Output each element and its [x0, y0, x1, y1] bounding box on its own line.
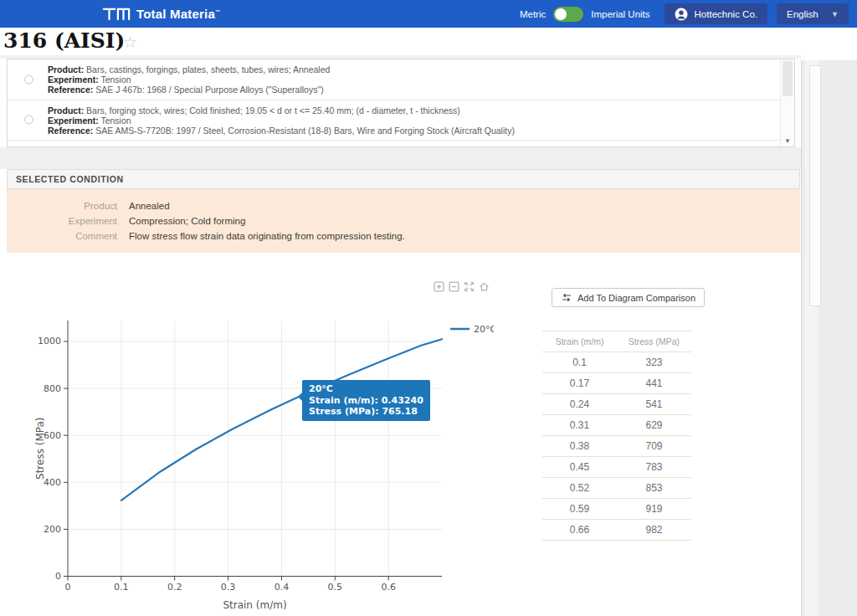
svg-text:1000: 1000: [38, 336, 61, 346]
conditions-list: Product: Bars, castings, forgings, plate…: [8, 59, 780, 146]
units-toggle[interactable]: [553, 7, 583, 22]
condition-field-label: Product: [7, 198, 117, 213]
table-cell: 323: [617, 357, 691, 368]
trademark-symbol: ™: [215, 9, 220, 14]
condition-list-item[interactable]: Product: Bars, forging stock, wires; Col…: [8, 141, 780, 146]
stress-strain-table: Strain (m/m)Stress (MPa)0.13230.174410.2…: [542, 331, 691, 541]
selected-condition-header: SELECTED CONDITION: [7, 169, 800, 189]
table-cell: 0.52: [542, 482, 617, 494]
table-cell: 982: [617, 524, 691, 536]
table-row: 0.31629: [542, 415, 691, 436]
table-cell: 709: [617, 440, 691, 452]
chevron-down-icon: ▼: [831, 10, 839, 18]
add-to-diagram-comparison-button[interactable]: Add To Diagram Comparison: [552, 288, 705, 307]
compare-button-label: Add To Diagram Comparison: [577, 293, 695, 303]
svg-text:0.4: 0.4: [275, 582, 290, 593]
stress-strain-chart[interactable]: 00.10.20.30.40.50.602004006008001000Stra…: [25, 314, 494, 616]
radio-button[interactable]: [24, 116, 33, 125]
autoscale-icon[interactable]: [463, 280, 475, 292]
condition-field-label: Experiment: [7, 213, 117, 228]
compare-arrows-icon: [561, 293, 572, 302]
svg-text:0: 0: [55, 571, 61, 582]
condition-list-item[interactable]: Product: Bars, forging stock, wires; Col…: [8, 100, 780, 141]
table-cell: 629: [617, 419, 691, 431]
reset-view-home-icon[interactable]: [478, 280, 490, 292]
total-materia-logo-icon: [102, 6, 131, 22]
svg-text:200: 200: [44, 524, 61, 535]
table-cell: 0.24: [542, 398, 617, 410]
condition-product: Product: Bars, forging stock, wires; Col…: [48, 146, 773, 146]
table-row: 0.59919: [542, 499, 691, 520]
scrollbar-thumb[interactable]: [783, 61, 793, 96]
svg-text:0.2: 0.2: [167, 582, 182, 593]
metric-label: Metric: [520, 9, 546, 19]
tooltip-stress: Stress (MPa): 765.18: [309, 406, 423, 418]
imperial-units-label: Imperial Units: [591, 9, 649, 19]
table-header-cell: Strain (m/m): [542, 336, 617, 346]
condition-product: Product: Bars, castings, forgings, plate…: [48, 64, 773, 74]
selected-condition-row: ExperimentCompression; Cold forming: [7, 213, 800, 228]
svg-text:0.1: 0.1: [114, 582, 129, 593]
favorite-star-icon[interactable]: ☆: [123, 33, 137, 52]
table-row: 0.1323: [542, 352, 691, 373]
tooltip-series: 20°C: [309, 383, 423, 395]
user-icon: [675, 8, 688, 21]
chart-modebar: [433, 280, 490, 292]
selected-condition-row: ProductAnnealed: [7, 198, 800, 213]
brand-logo[interactable]: Total Materia™: [102, 6, 220, 22]
table-cell: 0.1: [542, 357, 617, 368]
svg-text:Stress (MPa): Stress (MPa): [34, 418, 46, 480]
top-navigation-bar: Total Materia™ Metric Imperial Units Hot…: [0, 0, 857, 28]
table-cell: 919: [617, 503, 691, 515]
page-scrollbar-thumb[interactable]: [809, 65, 821, 306]
conditions-list-panel: Product: Bars, castings, forgings, plate…: [7, 59, 795, 147]
language-value: English: [787, 9, 819, 19]
table-row: 0.52853: [542, 478, 691, 499]
account-menu[interactable]: Hottechnic Co.: [665, 3, 767, 24]
svg-text:0.5: 0.5: [328, 582, 343, 593]
page-header: 316 (AISI) ☆: [0, 28, 857, 55]
table-cell: 541: [617, 398, 691, 410]
page-backdrop: [801, 60, 857, 616]
table-cell: 0.17: [542, 377, 617, 389]
svg-text:400: 400: [44, 477, 61, 488]
svg-text:Strain (m/m): Strain (m/m): [223, 599, 286, 611]
table-header-row: Strain (m/m)Stress (MPa): [542, 331, 691, 352]
condition-field-value: Flow stress flow strain data originating…: [129, 228, 405, 244]
svg-text:600: 600: [44, 430, 61, 441]
condition-field-value: Annealed: [129, 198, 170, 213]
brand-name: Total Materia™: [136, 7, 220, 21]
svg-text:0.3: 0.3: [221, 582, 236, 593]
selected-condition-panel: ProductAnnealedExperimentCompression; Co…: [7, 189, 800, 253]
chart-tooltip: 20°C Strain (m/m): 0.43240 Stress (MPa):…: [302, 380, 430, 421]
zoom-in-icon[interactable]: [433, 280, 444, 292]
table-cell: 853: [617, 482, 691, 494]
svg-text:0.6: 0.6: [381, 582, 396, 593]
condition-experiment: Experiment: Tension: [48, 116, 773, 126]
table-header-cell: Stress (MPa): [617, 336, 691, 346]
table-row: 0.45783: [542, 457, 691, 478]
table-row: 0.17441: [542, 373, 691, 394]
toggle-knob: [555, 8, 567, 20]
table-cell: 783: [617, 461, 691, 473]
table-cell: 441: [617, 377, 691, 389]
language-selector[interactable]: English ▼: [777, 3, 849, 24]
list-scrollbar[interactable]: ▼: [780, 59, 794, 146]
condition-list-item[interactable]: Product: Bars, castings, forgings, plate…: [8, 59, 780, 100]
table-row: 0.38709: [542, 436, 691, 457]
section-divider: [0, 147, 801, 169]
page-title: 316 (AISI): [3, 28, 125, 53]
account-name: Hottechnic Co.: [695, 9, 757, 19]
svg-text:20°C: 20°C: [474, 324, 494, 335]
radio-button[interactable]: [24, 74, 33, 84]
table-cell: 0.59: [542, 503, 617, 515]
svg-text:0: 0: [65, 582, 71, 593]
scroll-down-arrow-icon[interactable]: ▼: [781, 136, 794, 146]
condition-reference: Reference: SAE AMS-S-7720B: 1997 / Steel…: [48, 126, 773, 136]
table-cell: 0.38: [542, 440, 617, 452]
table-cell: 0.66: [542, 524, 617, 536]
condition-field-label: Comment: [7, 228, 117, 244]
page-scrollbar-track[interactable]: [805, 60, 819, 616]
zoom-out-icon[interactable]: [448, 280, 459, 292]
condition-field-value: Compression; Cold forming: [129, 213, 245, 228]
